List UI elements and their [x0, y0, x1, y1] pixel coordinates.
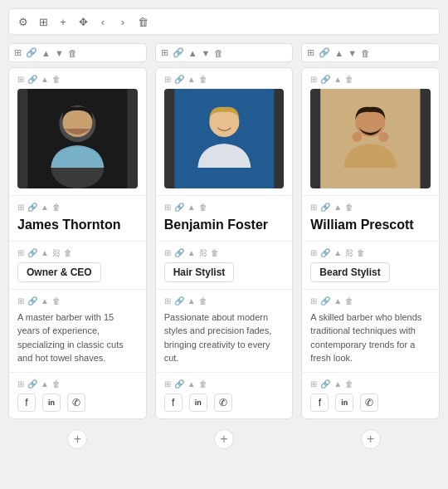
col1-grid-icon[interactable]: ⊞ — [14, 47, 22, 58]
j-photo-up-icon[interactable]: ▲ — [41, 75, 49, 84]
w-name-grid-icon[interactable]: ⊞ — [310, 203, 317, 212]
col3-down-icon[interactable]: ▼ — [348, 48, 357, 58]
col1-up-icon[interactable]: ▲ — [41, 48, 51, 58]
trash-icon[interactable]: 🗑 — [135, 14, 150, 29]
col2-link-icon[interactable]: 🔗 — [173, 47, 184, 58]
william-linkedin-icon[interactable]: in — [335, 394, 353, 412]
b-photo-trash-icon[interactable]: 🗑 — [199, 75, 207, 84]
j-role-trash-icon[interactable]: 🗑 — [64, 248, 72, 257]
w-name-link-icon[interactable]: 🔗 — [320, 203, 330, 212]
james-linkedin-icon[interactable]: in — [42, 394, 61, 412]
benjamin-role-toolbar: ⊞ 🔗 ▲ ⛓ 🗑 — [164, 248, 285, 257]
j-desc-link-icon[interactable]: 🔗 — [27, 296, 37, 306]
col3-up-icon[interactable]: ▲ — [334, 48, 343, 58]
col1-link-icon[interactable]: 🔗 — [26, 47, 37, 58]
b-name-grid-icon[interactable]: ⊞ — [164, 203, 171, 212]
j-photo-grid-icon[interactable]: ⊞ — [17, 75, 24, 84]
w-desc-trash-icon[interactable]: 🗑 — [345, 296, 353, 306]
w-name-trash-icon[interactable]: 🗑 — [345, 203, 353, 212]
w-soc-up-icon[interactable]: ▲ — [334, 379, 342, 389]
j-role-grid-icon[interactable]: ⊞ — [17, 248, 24, 257]
w-role-trash-icon[interactable]: 🗑 — [357, 248, 365, 257]
j-soc-grid-icon[interactable]: ⊞ — [17, 379, 24, 389]
w-role-chain-icon[interactable]: ⛓ — [345, 248, 353, 257]
w-photo-up-icon[interactable]: ▲ — [334, 75, 342, 84]
w-role-grid-icon[interactable]: ⊞ — [310, 248, 317, 257]
j-soc-link-icon[interactable]: 🔗 — [27, 379, 37, 389]
benjamin-linkedin-icon[interactable]: in — [189, 394, 207, 412]
col3-trash-icon[interactable]: 🗑 — [361, 48, 370, 58]
b-photo-link-icon[interactable]: 🔗 — [174, 75, 184, 84]
william-whatsapp-icon[interactable]: ✆ — [360, 394, 378, 412]
william-facebook-icon[interactable]: f — [310, 394, 329, 412]
j-soc-trash-icon[interactable]: 🗑 — [52, 379, 61, 389]
col1-add-button[interactable]: + — [67, 429, 87, 449]
col2-trash-icon[interactable]: 🗑 — [214, 48, 223, 58]
b-role-trash-icon[interactable]: 🗑 — [211, 248, 219, 257]
b-soc-link-icon[interactable]: 🔗 — [174, 379, 184, 389]
col3-add-button[interactable]: + — [361, 429, 381, 449]
b-desc-grid-icon[interactable]: ⊞ — [164, 296, 171, 306]
b-photo-up-icon[interactable]: ▲ — [187, 75, 196, 84]
b-role-chain-icon[interactable]: ⛓ — [199, 248, 207, 257]
w-soc-grid-icon[interactable]: ⊞ — [310, 379, 317, 389]
gear-icon[interactable]: ⚙ — [16, 14, 31, 29]
arrow-right-icon[interactable]: › — [115, 14, 130, 29]
w-role-link-icon[interactable]: 🔗 — [320, 248, 330, 257]
b-desc-trash-icon[interactable]: 🗑 — [199, 296, 207, 306]
j-name-up-icon[interactable]: ▲ — [41, 203, 49, 212]
benjamin-whatsapp-icon[interactable]: ✆ — [214, 394, 232, 412]
plus-icon[interactable]: + — [56, 14, 71, 29]
b-soc-trash-icon[interactable]: 🗑 — [199, 379, 207, 389]
move-icon[interactable]: ✥ — [75, 14, 90, 29]
b-desc-up-icon[interactable]: ▲ — [187, 296, 196, 306]
j-name-link-icon[interactable]: 🔗 — [27, 203, 37, 212]
james-facebook-icon[interactable]: f — [17, 394, 36, 412]
w-desc-link-icon[interactable]: 🔗 — [320, 296, 330, 306]
w-desc-up-icon[interactable]: ▲ — [334, 296, 342, 306]
james-desc-toolbar: ⊞ 🔗 ▲ 🗑 — [17, 296, 138, 306]
benjamin-facebook-icon[interactable]: f — [164, 394, 183, 412]
w-photo-trash-icon[interactable]: 🗑 — [345, 75, 353, 84]
j-desc-trash-icon[interactable]: 🗑 — [52, 296, 61, 306]
grid-icon[interactable]: ⊞ — [36, 14, 51, 29]
col1-trash-icon[interactable]: 🗑 — [68, 48, 77, 58]
col2-up-icon[interactable]: ▲ — [188, 48, 197, 58]
j-soc-up-icon[interactable]: ▲ — [41, 379, 49, 389]
william-social-toolbar: ⊞ 🔗 ▲ 🗑 — [310, 379, 431, 389]
j-name-trash-icon[interactable]: 🗑 — [52, 203, 61, 212]
j-desc-up-icon[interactable]: ▲ — [41, 296, 49, 306]
b-name-up-icon[interactable]: ▲ — [187, 203, 196, 212]
w-role-up-icon[interactable]: ▲ — [334, 248, 342, 257]
w-soc-trash-icon[interactable]: 🗑 — [345, 379, 353, 389]
j-role-up-icon[interactable]: ▲ — [41, 248, 49, 257]
w-name-up-icon[interactable]: ▲ — [334, 203, 342, 212]
w-desc-grid-icon[interactable]: ⊞ — [310, 296, 317, 306]
b-soc-up-icon[interactable]: ▲ — [187, 379, 196, 389]
col2-add-button[interactable]: + — [214, 429, 234, 449]
b-role-link-icon[interactable]: 🔗 — [174, 248, 184, 257]
j-role-chain-icon[interactable]: ⛓ — [52, 248, 61, 257]
b-role-up-icon[interactable]: ▲ — [187, 248, 196, 257]
b-name-trash-icon[interactable]: 🗑 — [199, 203, 207, 212]
w-photo-link-icon[interactable]: 🔗 — [320, 75, 330, 84]
j-photo-trash-icon[interactable]: 🗑 — [52, 75, 61, 84]
col3-grid-icon[interactable]: ⊞ — [307, 47, 314, 58]
b-role-grid-icon[interactable]: ⊞ — [164, 248, 171, 257]
j-desc-grid-icon[interactable]: ⊞ — [17, 296, 24, 306]
arrow-left-icon[interactable]: ‹ — [95, 14, 110, 29]
w-photo-grid-icon[interactable]: ⊞ — [310, 75, 317, 84]
j-name-grid-icon[interactable]: ⊞ — [17, 203, 24, 212]
j-role-link-icon[interactable]: 🔗 — [27, 248, 37, 257]
b-soc-grid-icon[interactable]: ⊞ — [164, 379, 171, 389]
col2-grid-icon[interactable]: ⊞ — [161, 47, 168, 58]
col3-link-icon[interactable]: 🔗 — [319, 47, 330, 58]
col1-down-icon[interactable]: ▼ — [55, 48, 64, 58]
col2-down-icon[interactable]: ▼ — [202, 48, 211, 58]
b-name-link-icon[interactable]: 🔗 — [174, 203, 184, 212]
james-whatsapp-icon[interactable]: ✆ — [67, 394, 85, 412]
b-desc-link-icon[interactable]: 🔗 — [174, 296, 184, 306]
b-photo-grid-icon[interactable]: ⊞ — [164, 75, 171, 84]
j-photo-link-icon[interactable]: 🔗 — [27, 75, 37, 84]
w-soc-link-icon[interactable]: 🔗 — [320, 379, 330, 389]
